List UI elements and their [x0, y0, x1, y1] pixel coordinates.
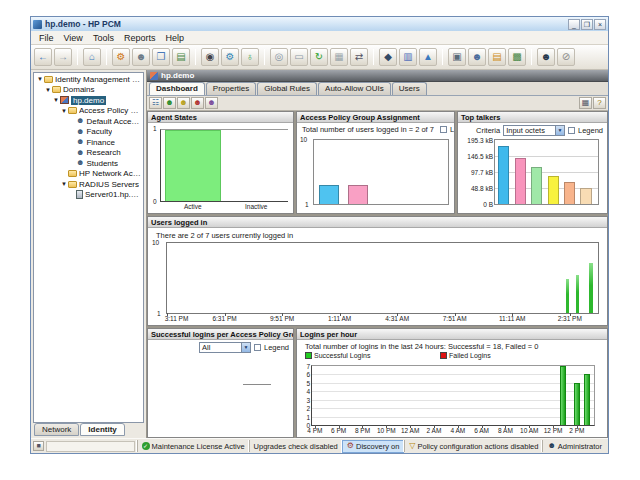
main-toolbar: ←→⌂⚙☻❐▤◉⚙♁◎▭↻▦⇄◆▥▲▣☻▤▩☻⊘: [31, 45, 608, 70]
status-administrator[interactable]: ☻Administrator: [542, 440, 606, 452]
y-tick-label: 5: [303, 380, 310, 387]
tree-item-label: Default Access Policy Gr...: [86, 117, 143, 126]
window-title: hp.demo - HP PCM: [45, 19, 565, 29]
tree-item-identity-management-home[interactable]: ▼Identity Management Home: [34, 74, 143, 85]
find-icon[interactable]: ◆: [379, 48, 397, 66]
user-disable-icon[interactable]: ⊘: [557, 48, 575, 66]
maximize-button[interactable]: ❐: [581, 19, 593, 30]
tree-item-students[interactable]: ☻Students: [34, 158, 143, 169]
user-group-add-icon[interactable]: ☻: [205, 97, 218, 109]
panel-view-icon[interactable]: ▭: [290, 48, 308, 66]
user-properties-icon[interactable]: ☻: [132, 48, 150, 66]
tree-item-research[interactable]: ☻Research: [34, 148, 143, 159]
sidebar-tab-identity[interactable]: Identity: [80, 423, 124, 436]
tile-windows-icon[interactable]: ▦: [579, 97, 592, 109]
forward-icon[interactable]: →: [54, 48, 72, 66]
toolbar-separator: [195, 49, 196, 65]
status-upgrades-check-disabled[interactable]: Upgrades check disabled: [249, 440, 342, 452]
legend-checkbox[interactable]: [440, 126, 447, 133]
tab-dashboard[interactable]: Dashboard: [149, 82, 205, 95]
group-filter-select[interactable]: All ▼: [199, 342, 251, 353]
status-discovery-on[interactable]: ⚙Discovery on: [342, 440, 405, 453]
menu-reports[interactable]: Reports: [119, 33, 161, 43]
user-actions: ☷☻☻☻☻: [149, 97, 218, 109]
x-tick: [397, 313, 398, 316]
identity-preferences-icon[interactable]: ⚙: [112, 48, 130, 66]
menu-tools[interactable]: Tools: [88, 33, 119, 43]
logins-summary-text: Total number of logins in the last 24 ho…: [305, 342, 538, 351]
zoom-icon[interactable]: ◎: [270, 48, 288, 66]
user-add-icon[interactable]: ☻: [537, 48, 555, 66]
title-bar[interactable]: hp.demo - HP PCM _❐×: [31, 17, 608, 31]
pie-pointer-line: [243, 384, 271, 385]
toolbar-separator: [106, 49, 107, 65]
tree-item-faculty[interactable]: ☻Faculty: [34, 127, 143, 138]
x-tick-label: 7:51 AM: [443, 315, 467, 322]
tab-users[interactable]: Users: [392, 82, 427, 95]
package-icon[interactable]: ▩: [508, 48, 526, 66]
menu-help[interactable]: Help: [160, 33, 189, 43]
pie-chart: [187, 356, 249, 418]
tree-item-domains[interactable]: ▼Domains: [34, 85, 143, 96]
help-icon[interactable]: ?: [593, 97, 606, 109]
user-add-icon[interactable]: ☻: [163, 97, 176, 109]
criteria-select[interactable]: Input octets ▼: [503, 125, 565, 136]
legend-label: Legend: [264, 343, 289, 352]
login-spike-3: [589, 263, 593, 313]
copy-icon[interactable]: ❐: [152, 48, 170, 66]
plot-area: [313, 139, 449, 205]
x-tick-label: 1:11 AM: [328, 315, 351, 322]
user-groups-icon[interactable]: ☻: [468, 48, 486, 66]
tree-item-default-access-policy-gr[interactable]: ☻Default Access Policy Gr...: [34, 116, 143, 127]
settings-icon[interactable]: ⚙: [221, 48, 239, 66]
menu-view[interactable]: View: [59, 33, 88, 43]
traffic-monitor-icon[interactable]: ▲: [419, 48, 437, 66]
web-services-icon[interactable]: ♁: [241, 48, 259, 66]
user-remove-icon[interactable]: ☻: [191, 97, 204, 109]
gridline: [312, 417, 594, 418]
x-tick-label: 12 PM: [544, 427, 563, 434]
legend-checkbox[interactable]: [568, 127, 575, 134]
tree-item-hp-demo[interactable]: ▼hp.demo: [34, 95, 143, 106]
view-actions: ▦?: [579, 97, 606, 109]
connections-icon[interactable]: ⇄: [350, 48, 368, 66]
x-tick-label: 11:11 AM: [499, 315, 526, 322]
user-edit-icon[interactable]: ☻: [177, 97, 190, 109]
group-icon: ☻: [76, 117, 84, 125]
legend-checkbox[interactable]: [254, 344, 261, 351]
tree-item-label: RADIUS Servers: [79, 180, 139, 189]
gantt-view-icon[interactable]: ▥: [399, 48, 417, 66]
sidebar-tab-network[interactable]: Network: [34, 423, 79, 436]
tab-auto-allow-ouis[interactable]: Auto-Allow OUIs: [318, 82, 391, 95]
tree-item-access-policy-groups[interactable]: ▼Access Policy Groups: [34, 106, 143, 117]
notes-icon[interactable]: ▤: [488, 48, 506, 66]
back-icon[interactable]: ←: [34, 48, 52, 66]
window-controls: _❐×: [568, 19, 606, 30]
legend-failed-logins: Failed Logins: [440, 352, 491, 359]
briefcase-icon[interactable]: ▣: [448, 48, 466, 66]
tree-item-finance[interactable]: ☻Finance: [34, 137, 143, 148]
status-maintenance-license-active[interactable]: ✓Maintenance License Active: [137, 440, 249, 452]
minimize-button[interactable]: _: [568, 19, 580, 30]
tree-item-server01-hp-demo-192-1[interactable]: Server01.hp.demo(192.1...: [34, 190, 143, 201]
gridline: [495, 172, 598, 173]
screen-capture-icon[interactable]: ▦: [330, 48, 348, 66]
close-button[interactable]: ×: [594, 19, 606, 30]
user-report-icon[interactable]: ☷: [149, 97, 162, 109]
tab-global-rules[interactable]: Global Rules: [257, 82, 317, 95]
home-icon[interactable]: ⌂: [83, 48, 101, 66]
alarms-icon[interactable]: ◉: [201, 48, 219, 66]
tab-properties[interactable]: Properties: [206, 82, 256, 95]
filter-icon: ▽: [409, 442, 415, 450]
panel-users-logged-in: Users logged in There are 2 of 7 users c…: [147, 216, 608, 326]
toolbar-separator: [264, 49, 265, 65]
menu-file[interactable]: File: [34, 33, 59, 43]
reports-view-icon[interactable]: ▤: [172, 48, 190, 66]
legend-label: Legend: [450, 125, 455, 134]
tree-item-radius-servers[interactable]: ▼RADIUS Servers: [34, 179, 143, 190]
status-policy-configuration-actions-disabled[interactable]: ▽Policy configuration actions disabled: [404, 440, 542, 452]
x-tick: [512, 313, 513, 316]
dashboard: Agent States 1 0 ActiveInactive Access P…: [147, 111, 608, 438]
refresh-icon[interactable]: ↻: [310, 48, 328, 66]
tree-item-hp-network-access-control[interactable]: HP Network Access Control: [34, 169, 143, 180]
